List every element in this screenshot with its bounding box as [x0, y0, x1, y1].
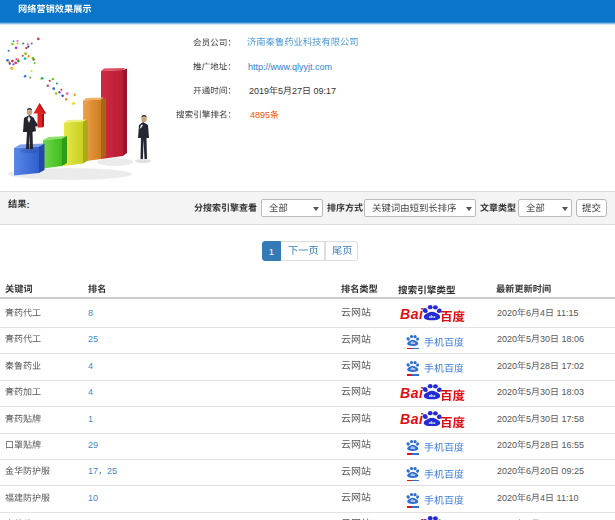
svg-text:du: du — [429, 421, 436, 425]
svg-text:du: du — [429, 394, 436, 398]
svg-text:du: du — [429, 315, 436, 319]
svg-text:du: du — [411, 500, 415, 504]
svg-text:du: du — [411, 342, 415, 346]
svg-text:du: du — [411, 447, 415, 451]
svg-text:du: du — [411, 474, 415, 478]
svg-text:du: du — [411, 368, 415, 372]
